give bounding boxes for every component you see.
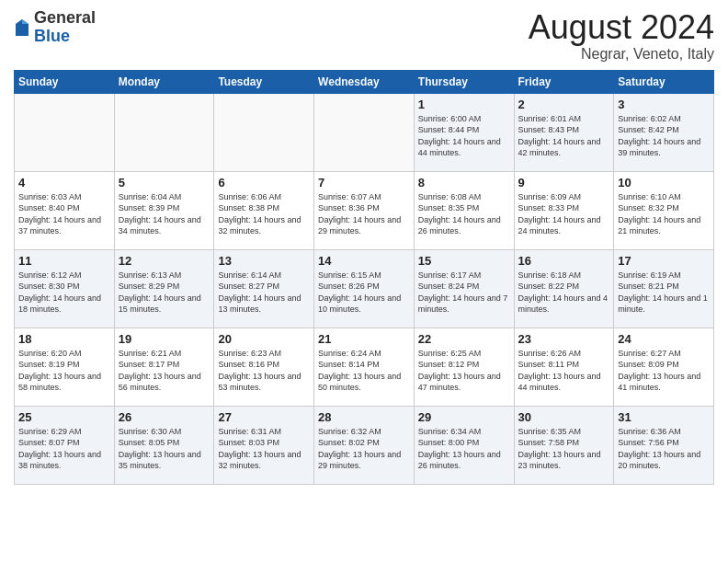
calendar-cell: 28Sunrise: 6:32 AMSunset: 8:02 PMDayligh… <box>314 406 415 484</box>
day-info: Sunrise: 6:12 AMSunset: 8:30 PMDaylight:… <box>18 270 110 316</box>
header-cell-saturday: Saturday <box>614 70 714 93</box>
day-number: 19 <box>119 332 210 346</box>
day-info: Sunrise: 6:13 AMSunset: 8:29 PMDaylight:… <box>119 270 210 316</box>
logo-blue: Blue <box>34 28 96 46</box>
day-number: 31 <box>618 410 710 424</box>
header-cell-wednesday: Wednesday <box>314 70 415 93</box>
calendar-cell: 20Sunrise: 6:23 AMSunset: 8:16 PMDayligh… <box>214 327 314 406</box>
day-number: 5 <box>119 176 210 190</box>
day-number: 20 <box>218 332 310 346</box>
day-number: 6 <box>218 176 310 190</box>
day-info: Sunrise: 6:10 AMSunset: 8:32 PMDaylight:… <box>618 191 710 237</box>
day-number: 3 <box>618 98 710 111</box>
day-info: Sunrise: 6:07 AMSunset: 8:36 PMDaylight:… <box>318 191 410 237</box>
calendar-week-2: 4Sunrise: 6:03 AMSunset: 8:40 PMDaylight… <box>15 171 714 249</box>
day-info: Sunrise: 6:20 AMSunset: 8:19 PMDaylight:… <box>18 348 110 394</box>
header-row: SundayMondayTuesdayWednesdayThursdayFrid… <box>15 70 714 93</box>
calendar-cell: 9Sunrise: 6:09 AMSunset: 8:33 PMDaylight… <box>514 171 614 249</box>
day-info: Sunrise: 6:24 AMSunset: 8:14 PMDaylight:… <box>318 348 410 394</box>
calendar-cell: 3Sunrise: 6:02 AMSunset: 8:42 PMDaylight… <box>614 93 714 171</box>
header-cell-sunday: Sunday <box>15 70 115 93</box>
header-cell-friday: Friday <box>514 70 614 93</box>
title-block: August 2024 Negrar, Veneto, Italy <box>529 9 714 63</box>
day-info: Sunrise: 6:23 AMSunset: 8:16 PMDaylight:… <box>218 348 310 394</box>
calendar-cell: 27Sunrise: 6:31 AMSunset: 8:03 PMDayligh… <box>214 406 314 484</box>
day-info: Sunrise: 6:15 AMSunset: 8:26 PMDaylight:… <box>318 270 410 316</box>
day-number: 22 <box>418 332 510 346</box>
day-info: Sunrise: 6:34 AMSunset: 8:00 PMDaylight:… <box>418 426 510 472</box>
calendar-cell: 1Sunrise: 6:00 AMSunset: 8:44 PMDaylight… <box>414 93 514 171</box>
day-number: 21 <box>318 332 410 346</box>
calendar-cell: 8Sunrise: 6:08 AMSunset: 8:35 PMDaylight… <box>414 171 514 249</box>
calendar-cell: 26Sunrise: 6:30 AMSunset: 8:05 PMDayligh… <box>114 406 214 484</box>
day-number: 14 <box>318 254 410 268</box>
day-number: 23 <box>518 332 610 346</box>
calendar-cell: 21Sunrise: 6:24 AMSunset: 8:14 PMDayligh… <box>314 327 415 406</box>
calendar-cell <box>15 93 115 171</box>
day-number: 17 <box>618 254 710 268</box>
calendar-week-5: 25Sunrise: 6:29 AMSunset: 8:07 PMDayligh… <box>15 406 714 484</box>
calendar-cell <box>314 93 415 171</box>
calendar-cell <box>214 93 314 171</box>
day-info: Sunrise: 6:25 AMSunset: 8:12 PMDaylight:… <box>418 348 510 394</box>
day-number: 27 <box>218 410 310 424</box>
day-number: 25 <box>18 410 110 424</box>
calendar-cell: 5Sunrise: 6:04 AMSunset: 8:39 PMDaylight… <box>114 171 214 249</box>
day-number: 4 <box>18 176 110 190</box>
calendar-cell <box>114 93 214 171</box>
day-info: Sunrise: 6:29 AMSunset: 8:07 PMDaylight:… <box>18 426 110 472</box>
day-info: Sunrise: 6:19 AMSunset: 8:21 PMDaylight:… <box>618 270 710 316</box>
header-cell-monday: Monday <box>114 70 214 93</box>
logo-text: General Blue <box>34 9 96 46</box>
day-info: Sunrise: 6:30 AMSunset: 8:05 PMDaylight:… <box>119 426 210 472</box>
header-cell-thursday: Thursday <box>414 70 514 93</box>
logo-general: General <box>34 9 96 28</box>
header-cell-tuesday: Tuesday <box>214 70 314 93</box>
day-info: Sunrise: 6:01 AMSunset: 8:43 PMDaylight:… <box>518 113 610 159</box>
day-number: 8 <box>418 176 510 190</box>
day-info: Sunrise: 6:36 AMSunset: 7:56 PMDaylight:… <box>618 426 710 472</box>
day-number: 10 <box>618 176 710 190</box>
day-info: Sunrise: 6:08 AMSunset: 8:35 PMDaylight:… <box>418 191 510 237</box>
day-info: Sunrise: 6:06 AMSunset: 8:38 PMDaylight:… <box>218 191 310 237</box>
day-number: 9 <box>518 176 610 190</box>
day-info: Sunrise: 6:09 AMSunset: 8:33 PMDaylight:… <box>518 191 610 237</box>
calendar-cell: 25Sunrise: 6:29 AMSunset: 8:07 PMDayligh… <box>15 406 115 484</box>
day-number: 26 <box>119 410 210 424</box>
day-info: Sunrise: 6:14 AMSunset: 8:27 PMDaylight:… <box>218 270 310 316</box>
calendar-cell: 15Sunrise: 6:17 AMSunset: 8:24 PMDayligh… <box>414 249 514 327</box>
calendar-cell: 17Sunrise: 6:19 AMSunset: 8:21 PMDayligh… <box>614 249 714 327</box>
svg-marker-1 <box>22 19 28 24</box>
day-number: 11 <box>18 254 110 268</box>
logo-icon <box>14 17 30 38</box>
day-info: Sunrise: 6:17 AMSunset: 8:24 PMDaylight:… <box>418 270 510 316</box>
calendar-cell: 10Sunrise: 6:10 AMSunset: 8:32 PMDayligh… <box>614 171 714 249</box>
calendar-cell: 11Sunrise: 6:12 AMSunset: 8:30 PMDayligh… <box>15 249 115 327</box>
calendar-cell: 14Sunrise: 6:15 AMSunset: 8:26 PMDayligh… <box>314 249 415 327</box>
month-title: August 2024 <box>529 9 714 46</box>
calendar-cell: 18Sunrise: 6:20 AMSunset: 8:19 PMDayligh… <box>15 327 115 406</box>
calendar-cell: 6Sunrise: 6:06 AMSunset: 8:38 PMDaylight… <box>214 171 314 249</box>
calendar-table: SundayMondayTuesdayWednesdayThursdayFrid… <box>14 70 714 485</box>
calendar-cell: 23Sunrise: 6:26 AMSunset: 8:11 PMDayligh… <box>514 327 614 406</box>
location: Negrar, Veneto, Italy <box>529 46 714 63</box>
calendar-cell: 19Sunrise: 6:21 AMSunset: 8:17 PMDayligh… <box>114 327 214 406</box>
calendar-cell: 31Sunrise: 6:36 AMSunset: 7:56 PMDayligh… <box>614 406 714 484</box>
calendar-week-1: 1Sunrise: 6:00 AMSunset: 8:44 PMDaylight… <box>15 93 714 171</box>
day-info: Sunrise: 6:32 AMSunset: 8:02 PMDaylight:… <box>318 426 410 472</box>
day-number: 18 <box>18 332 110 346</box>
calendar-cell: 2Sunrise: 6:01 AMSunset: 8:43 PMDaylight… <box>514 93 614 171</box>
day-info: Sunrise: 6:26 AMSunset: 8:11 PMDaylight:… <box>518 348 610 394</box>
calendar-cell: 13Sunrise: 6:14 AMSunset: 8:27 PMDayligh… <box>214 249 314 327</box>
day-info: Sunrise: 6:27 AMSunset: 8:09 PMDaylight:… <box>618 348 710 394</box>
day-number: 7 <box>318 176 410 190</box>
calendar-cell: 29Sunrise: 6:34 AMSunset: 8:00 PMDayligh… <box>414 406 514 484</box>
day-number: 12 <box>119 254 210 268</box>
day-number: 16 <box>518 254 610 268</box>
day-number: 24 <box>618 332 710 346</box>
day-number: 13 <box>218 254 310 268</box>
calendar-cell: 16Sunrise: 6:18 AMSunset: 8:22 PMDayligh… <box>514 249 614 327</box>
header: General Blue August 2024 Negrar, Veneto,… <box>14 9 714 63</box>
calendar-cell: 12Sunrise: 6:13 AMSunset: 8:29 PMDayligh… <box>114 249 214 327</box>
calendar-body: 1Sunrise: 6:00 AMSunset: 8:44 PMDaylight… <box>15 93 714 484</box>
